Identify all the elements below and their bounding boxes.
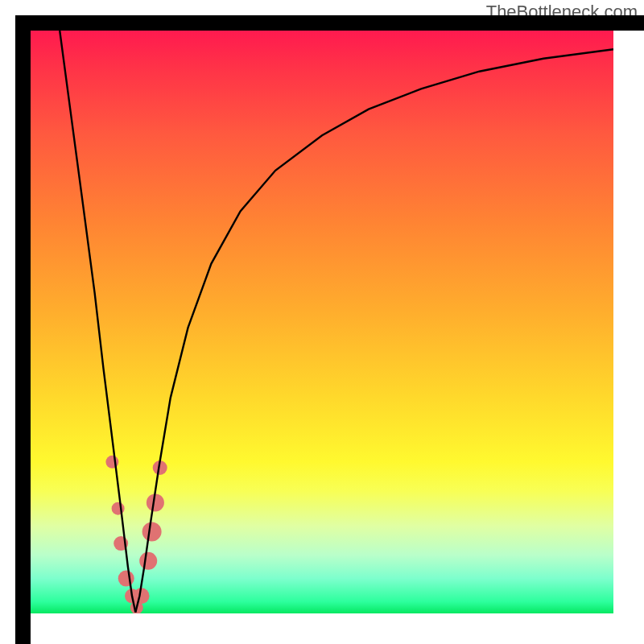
bead-point <box>105 456 118 469</box>
curve-right-branch <box>135 49 613 612</box>
curve-left-branch <box>60 31 135 613</box>
bead-point <box>112 502 125 515</box>
bead-point <box>142 522 162 542</box>
chart-overlay-svg <box>31 31 613 613</box>
chart-stage: TheBottleneck.com <box>0 0 644 644</box>
bead-point <box>139 552 157 570</box>
bead-point <box>118 571 134 587</box>
